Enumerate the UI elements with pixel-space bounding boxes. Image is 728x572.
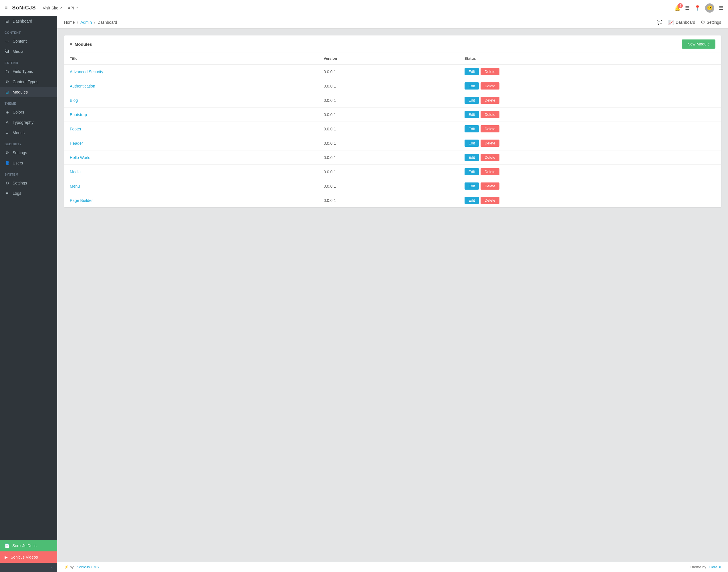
location-icon[interactable]: 📍	[694, 5, 701, 11]
breadcrumb-admin[interactable]: Admin	[80, 20, 92, 24]
edit-button[interactable]: Edit	[464, 97, 479, 104]
comment-button[interactable]: 💬	[657, 19, 662, 25]
module-title-link[interactable]: Footer	[70, 127, 81, 131]
sidebar-item-field-types[interactable]: ⬡ Field Types	[0, 66, 57, 77]
modules-card: ≡ Modules New Module Title Version Statu…	[64, 35, 721, 207]
module-version-cell: 0.0.0.1	[318, 179, 458, 193]
module-title-link[interactable]: Blog	[70, 98, 78, 103]
module-actions: EditDelete	[464, 97, 715, 104]
sidebar-item-system-settings[interactable]: ⚙ Settings	[0, 178, 57, 188]
sidebar-item-logs[interactable]: ≡ Logs	[0, 188, 57, 199]
module-title-link[interactable]: Advanced Security	[70, 70, 103, 74]
edit-button[interactable]: Edit	[464, 68, 479, 75]
edit-button[interactable]: Edit	[464, 82, 479, 89]
col-status: Status	[459, 53, 721, 64]
footer-left: ⚡ by SonicJs CMS	[64, 565, 99, 569]
delete-button[interactable]: Delete	[481, 97, 499, 104]
module-actions: EditDelete	[464, 154, 715, 161]
table-row: Media0.0.0.1EditDelete	[64, 165, 721, 179]
module-title-link[interactable]: Bootstrap	[70, 113, 87, 117]
notification-bell[interactable]: 🔔 5	[674, 5, 680, 11]
delete-button[interactable]: Delete	[481, 183, 499, 190]
notification-badge: 5	[678, 3, 683, 8]
sidebar-collapse-button[interactable]: ‹	[0, 563, 57, 572]
sidebar-item-content[interactable]: ▭ Content	[0, 36, 57, 46]
sidebar-toggle-button[interactable]: ≡	[5, 5, 8, 11]
sidebar-item-users[interactable]: 👤 Users	[0, 158, 57, 168]
sidebar-item-label: Menus	[13, 130, 24, 135]
table-header: Title Version Status	[64, 53, 721, 64]
external-link-icon: ↗	[60, 6, 62, 10]
card-title-text: Modules	[75, 42, 92, 47]
settings-link[interactable]: ⚙ Settings	[701, 19, 721, 25]
delete-button[interactable]: Delete	[481, 125, 499, 132]
module-title-link[interactable]: Hello World	[70, 155, 90, 160]
sidebar-section-theme: THEME	[0, 97, 57, 107]
sidebar-item-media[interactable]: 🖼 Media	[0, 46, 57, 57]
sidebar-videos-button[interactable]: ▶ SonicJs Videos	[0, 552, 57, 563]
user-avatar[interactable]: 😐	[705, 3, 714, 13]
sidebar-item-typography[interactable]: A Typography	[0, 117, 57, 128]
sidebar-item-colors[interactable]: ◈ Colors	[0, 107, 57, 117]
module-title-link[interactable]: Menu	[70, 184, 80, 189]
edit-button[interactable]: Edit	[464, 154, 479, 161]
module-title-cell: Header	[64, 136, 318, 150]
footer-theme-text: Theme by	[690, 565, 706, 569]
page-header-actions: 💬 📈 Dashboard ⚙ Settings	[657, 19, 721, 25]
module-title-link[interactable]: Page Builder	[70, 198, 93, 203]
edit-button[interactable]: Edit	[464, 168, 479, 175]
module-title-link[interactable]: Authentication	[70, 84, 95, 88]
main-content: Home / Admin / Dashboard 💬 📈 Dashboard ⚙…	[57, 16, 728, 572]
delete-button[interactable]: Delete	[481, 197, 499, 204]
visit-site-link[interactable]: Visit Site ↗	[43, 6, 62, 10]
sidebar-item-dashboard[interactable]: ⊟ Dashboard	[0, 16, 57, 26]
logs-icon: ≡	[5, 191, 10, 196]
module-title-link[interactable]: Header	[70, 141, 83, 146]
sidebar-item-security-settings[interactable]: ⚙ Settings	[0, 148, 57, 158]
dashboard-icon: ⊟	[5, 19, 10, 23]
module-actions: EditDelete	[464, 111, 715, 118]
docs-icon: 📄	[5, 544, 9, 548]
module-status-cell: EditDelete	[459, 179, 721, 193]
footer-theme-link[interactable]: CoreUI	[709, 565, 721, 569]
list-icon[interactable]: ☰	[685, 5, 690, 11]
module-version-cell: 0.0.0.1	[318, 64, 458, 79]
module-version-cell: 0.0.0.1	[318, 150, 458, 165]
delete-button[interactable]: Delete	[481, 168, 499, 175]
module-title-cell: Hello World	[64, 150, 318, 165]
sidebar-item-menus[interactable]: ≡ Menus	[0, 128, 57, 138]
edit-button[interactable]: Edit	[464, 183, 479, 190]
content-types-icon: ⚙	[5, 79, 10, 84]
delete-button[interactable]: Delete	[481, 154, 499, 161]
sidebar-item-content-types[interactable]: ⚙ Content Types	[0, 77, 57, 87]
card-header: ≡ Modules New Module	[64, 35, 721, 53]
table-row: Hello World0.0.0.1EditDelete	[64, 150, 721, 165]
api-link[interactable]: API ↗	[68, 6, 78, 10]
module-title-link[interactable]: Media	[70, 169, 81, 174]
new-module-button[interactable]: New Module	[682, 40, 715, 49]
module-status-cell: EditDelete	[459, 122, 721, 136]
external-link-icon: ↗	[75, 6, 78, 10]
module-version-cell: 0.0.0.1	[318, 108, 458, 122]
footer-cms-link[interactable]: SonicJs CMS	[77, 565, 99, 569]
edit-button[interactable]: Edit	[464, 125, 479, 132]
collapse-icon: ‹	[51, 565, 53, 570]
module-title-cell: Media	[64, 165, 318, 179]
delete-button[interactable]: Delete	[481, 82, 499, 89]
sidebar-docs-button[interactable]: 📄 SonicJs Docs	[0, 540, 57, 552]
dashboard-link[interactable]: 📈 Dashboard	[668, 19, 696, 25]
menu-icon[interactable]: ☰	[719, 5, 723, 11]
table-row: Blog0.0.0.1EditDelete	[64, 93, 721, 108]
module-actions: EditDelete	[464, 168, 715, 175]
delete-button[interactable]: Delete	[481, 140, 499, 147]
delete-button[interactable]: Delete	[481, 111, 499, 118]
module-version-cell: 0.0.0.1	[318, 122, 458, 136]
delete-button[interactable]: Delete	[481, 68, 499, 75]
edit-button[interactable]: Edit	[464, 111, 479, 118]
edit-button[interactable]: Edit	[464, 197, 479, 204]
breadcrumb-sep-1: /	[77, 20, 78, 24]
field-types-icon: ⬡	[5, 69, 10, 74]
module-title-cell: Page Builder	[64, 193, 318, 208]
edit-button[interactable]: Edit	[464, 140, 479, 147]
sidebar-item-modules[interactable]: ⊞ Modules	[0, 87, 57, 97]
